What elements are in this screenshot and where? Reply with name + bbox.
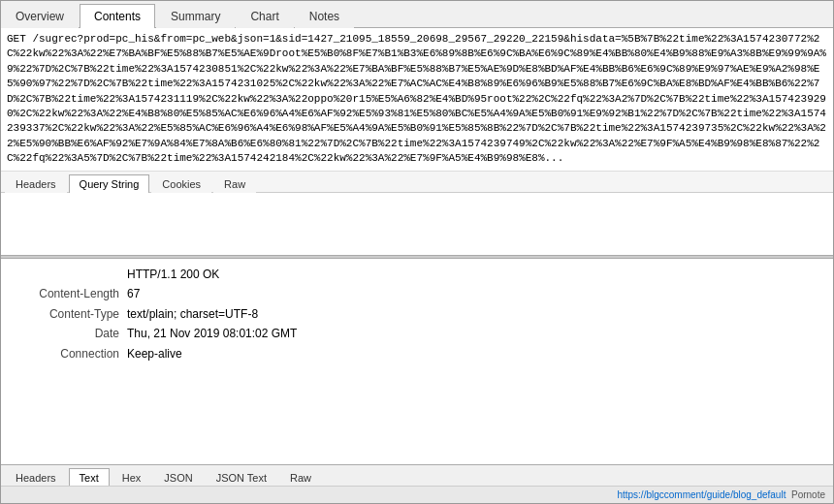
date-label: Date: [11, 324, 127, 343]
date-row: Date Thu, 21 Nov 2019 08:01:02 GMT: [11, 324, 823, 343]
bottom-tab-json[interactable]: JSON: [153, 468, 203, 486]
sub-tab-raw[interactable]: Raw: [213, 174, 256, 193]
connection-row: Connection Keep-alive: [11, 344, 823, 363]
upper-content: GET /sugrec?prod=pc_his&from=pc_web&json…: [1, 28, 833, 255]
tab-notes[interactable]: Notes: [295, 4, 354, 28]
content-length-row: Content-Length 67: [11, 284, 823, 303]
bottom-tab-text[interactable]: Text: [69, 468, 110, 486]
content-type-value: text/plain; charset=UTF-8: [127, 304, 258, 324]
date-value: Thu, 21 Nov 2019 08:01:02 GMT: [127, 324, 297, 343]
request-sub-tabs: Headers Query String Cookies Raw: [1, 172, 833, 193]
bottom-tab-json-text[interactable]: JSON Text: [206, 468, 277, 486]
status-bar-url[interactable]: https://blgccomment/guide/blog_default: [617, 489, 786, 500]
top-tabs: Overview Contents Summary Chart Notes: [1, 1, 833, 28]
tab-chart[interactable]: Chart: [236, 4, 293, 28]
bottom-tabs: Headers Text Hex JSON JSON Text Raw: [1, 464, 833, 486]
tab-summary[interactable]: Summary: [156, 4, 235, 28]
connection-label: Connection: [11, 344, 127, 363]
main-container: Overview Contents Summary Chart Notes GE…: [0, 0, 834, 504]
response-area: HTTP/1.1 200 OK Content-Length 67 Conten…: [1, 259, 833, 464]
content-type-label: Content-Type: [11, 304, 127, 324]
sub-tab-cookies[interactable]: Cookies: [151, 174, 211, 193]
content-length-value: 67: [127, 284, 140, 303]
sub-tab-query-string[interactable]: Query String: [69, 174, 150, 193]
sub-tab-headers[interactable]: Headers: [5, 174, 67, 193]
bottom-tab-headers[interactable]: Headers: [5, 468, 67, 486]
status-bar: https://blgccomment/guide/blog_default P…: [1, 486, 833, 503]
status-value: HTTP/1.1 200 OK: [127, 265, 219, 284]
content-length-label: Content-Length: [11, 284, 127, 303]
tab-overview[interactable]: Overview: [1, 4, 79, 28]
bottom-tab-raw[interactable]: Raw: [279, 468, 322, 486]
connection-value: Keep-alive: [127, 344, 182, 363]
status-bar-right: Pornote: [791, 489, 825, 500]
lower-content: HTTP/1.1 200 OK Content-Length 67 Conten…: [1, 259, 833, 486]
status-row: HTTP/1.1 200 OK: [11, 265, 823, 284]
request-url: GET /sugrec?prod=pc_his&from=pc_web&json…: [1, 28, 833, 172]
bottom-tab-hex[interactable]: Hex: [112, 468, 152, 486]
content-type-row: Content-Type text/plain; charset=UTF-8: [11, 304, 823, 324]
tab-contents[interactable]: Contents: [80, 4, 155, 28]
